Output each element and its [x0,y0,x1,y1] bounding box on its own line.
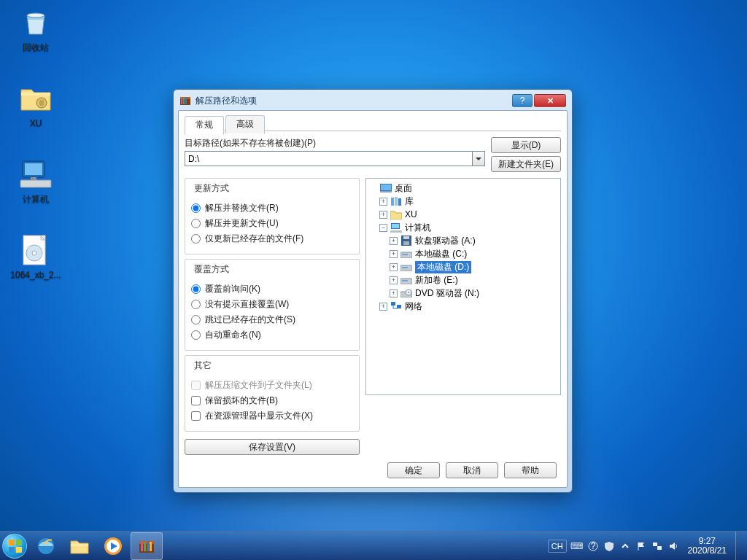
group-legend: 覆盖方式 [191,263,232,276]
window-close-button[interactable] [534,94,566,107]
tray-shield-icon[interactable] [603,540,615,552]
window-title: 解压路径和选项 [196,95,512,107]
taskbar-winrar[interactable] [131,532,163,560]
svg-rect-32 [402,280,408,281]
tray-volume-icon[interactable] [667,540,679,552]
svg-rect-46 [147,542,149,551]
tree-node-desktop[interactable]: 桌面 [368,182,559,195]
ok-button[interactable]: 确定 [387,462,440,478]
expand-icon[interactable]: + [379,198,387,206]
tree-node-computer[interactable]: − 计算机 [378,221,559,234]
new-folder-button[interactable]: 新建文件夹(E) [491,156,561,172]
expand-icon[interactable]: + [390,250,398,258]
expand-icon[interactable]: + [390,276,398,284]
drive-icon [400,248,412,260]
media-player-icon [103,536,123,556]
radio-ask-before-overwrite[interactable]: 覆盖前询问(K) [191,283,353,295]
show-desktop-button[interactable] [735,532,744,561]
destination-combobox [185,151,485,166]
check-keep-broken[interactable]: 保留损坏的文件(B) [191,394,353,407]
group-legend: 其它 [191,359,214,372]
tree-node-floppy-a[interactable]: + 软盘驱动器 (A:) [388,234,559,247]
tabs: 常规 高级 [185,115,561,131]
window-help-button[interactable]: ? [512,94,533,107]
taskbar-ie[interactable] [30,532,62,560]
start-button[interactable] [0,532,29,561]
svg-rect-30 [402,267,408,268]
destination-input[interactable] [185,151,472,166]
tree-node-disk-c[interactable]: + 本地磁盘 (C:) [388,247,559,260]
svg-text:?: ? [590,541,595,551]
expand-icon[interactable]: + [379,211,387,219]
desktop-icon-file[interactable]: 1064_xb_2... [9,233,63,280]
check-extract-subfolder: 解压压缩文件到子文件夹(L) [191,379,353,392]
svg-rect-12 [181,98,182,104]
tray-network-icon[interactable] [651,540,663,552]
svg-rect-23 [390,230,402,233]
radio-overwrite-no-prompt[interactable]: 没有提示直接覆盖(W) [191,298,353,311]
radio-auto-rename[interactable]: 自动重命名(N) [191,329,353,341]
expand-icon[interactable]: + [390,237,398,245]
cancel-button[interactable]: 取消 [446,462,498,478]
tree-node-dvd-n[interactable]: + DVD 驱动器 (N:) [388,287,559,300]
tree-node-disk-e[interactable]: + 新加卷 (E:) [388,273,559,287]
group-update-mode: 更新方式 解压并替换文件(R) 解压并更新文件(U) 仅更新已经存在的文件(F) [185,178,360,254]
svg-rect-37 [397,305,401,308]
svg-rect-36 [391,302,395,306]
folder-icon [19,82,53,115]
expand-icon[interactable]: + [379,303,387,311]
expand-icon[interactable]: + [390,263,398,271]
tab-general[interactable]: 常规 [185,116,224,135]
taskbar-media-player[interactable] [97,532,129,560]
help-button[interactable]: 帮助 [504,462,557,478]
svg-rect-25 [403,236,409,239]
svg-rect-19 [395,197,398,206]
tray-help-icon[interactable]: ? [587,540,599,552]
collapse-icon[interactable]: − [379,224,387,232]
tray-clock[interactable]: 9:27 2020/8/21 [684,537,731,556]
check-show-in-explorer[interactable]: 在资源管理器中显示文件(X) [191,410,353,422]
desktop-icon-label: XU [9,118,63,128]
radio-skip-existing[interactable]: 跳过已经存在的文件(S) [191,314,353,326]
desktop-icon-recycle-bin[interactable]: 回收站 [9,6,63,52]
svg-rect-22 [392,224,399,228]
drive-icon [400,261,412,273]
display-button[interactable]: 显示(D) [491,137,561,153]
destination-label: 目标路径(如果不存在将被创建)(P) [185,137,485,149]
svg-rect-18 [391,198,394,206]
tree-node-network[interactable]: + 网络 [378,300,559,313]
tree-node-libraries[interactable]: + 库 [378,195,559,208]
tray-language[interactable]: CH [548,540,567,553]
tree-node-user-xu[interactable]: + XU [378,208,559,221]
computer-icon [390,222,402,233]
radio-extract-update[interactable]: 解压并更新文件(U) [191,217,353,230]
taskbar: CH ⌨ ? 9:27 2020/8/21 [0,531,747,560]
tree-node-disk-d[interactable]: + 本地磁盘 (D:) [388,260,559,273]
dialog-buttons: 确定 取消 帮助 [185,455,561,480]
tab-advanced[interactable]: 高级 [225,115,265,133]
folder-tree[interactable]: 桌面 + 库 + XU − [365,178,561,395]
folder-icon [390,209,402,220]
svg-rect-4 [25,163,42,175]
titlebar[interactable]: 解压路径和选项 ? [178,94,568,110]
drive-icon [400,274,412,286]
tray-flag-icon[interactable] [635,540,647,552]
desktop: 回收站 XU 计算机 1064_xb_2... 解压路径和选项 ? [0,0,747,560]
desktop-icon-label: 回收站 [9,42,63,52]
winrar-icon [136,536,157,556]
desktop-icon-computer[interactable]: 计算机 [9,158,63,204]
tray-ime-icon[interactable]: ⌨ [571,540,583,552]
explorer-icon [69,537,90,555]
radio-extract-replace[interactable]: 解压并替换文件(R) [191,202,353,214]
expand-icon[interactable]: + [390,289,398,298]
save-settings-button[interactable]: 保存设置(V) [185,439,360,455]
svg-rect-45 [144,542,146,551]
radio-fresh-existing[interactable]: 仅更新已经存在的文件(F) [191,233,353,245]
svg-rect-47 [150,542,152,551]
taskbar-explorer[interactable] [63,532,96,560]
tray-chevron-up-icon[interactable] [619,540,631,552]
desktop-icon-folder-xu[interactable]: XU [9,82,63,128]
svg-point-35 [408,292,409,293]
desktop-icon-label: 1064_xb_2... [9,270,63,280]
destination-dropdown-button[interactable] [472,151,485,166]
